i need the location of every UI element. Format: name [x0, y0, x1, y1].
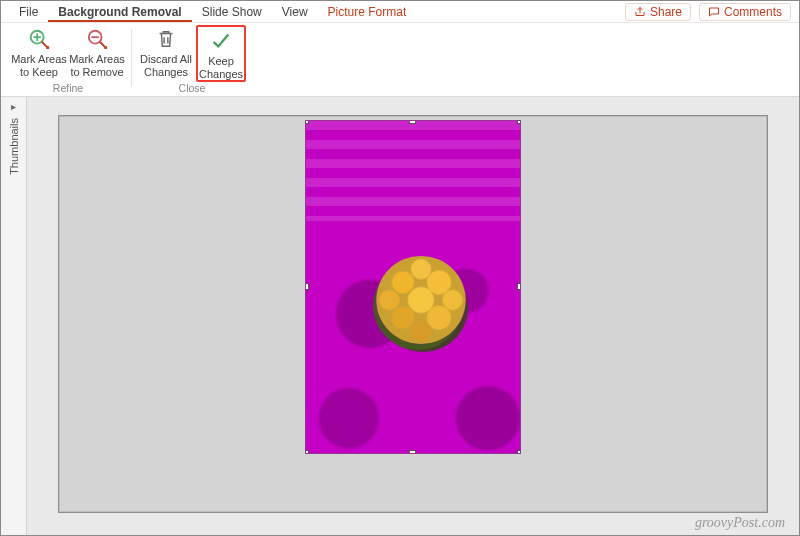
mark-keep-icon: [27, 27, 51, 51]
watermark: groovyPost.com: [695, 515, 785, 531]
ribbon: Mark Areasto Keep Mark Areasto Remove Re…: [1, 23, 799, 97]
thumbnails-panel: ▸ Thumbnails: [1, 97, 27, 536]
trash-icon: [155, 27, 177, 51]
resize-handle-tl[interactable]: [305, 120, 309, 124]
tab-view[interactable]: View: [272, 2, 318, 22]
comments-button[interactable]: Comments: [699, 3, 791, 21]
menu-tabs-row: File Background Removal Slide Show View …: [1, 1, 799, 23]
keep-changes-button[interactable]: KeepChanges: [198, 27, 244, 80]
tab-slide-show[interactable]: Slide Show: [192, 2, 272, 22]
selected-picture[interactable]: [305, 120, 521, 454]
mark-areas-to-keep-button[interactable]: Mark Areasto Keep: [11, 25, 67, 78]
resize-handle-r[interactable]: [517, 283, 521, 290]
ribbon-group-refine: Mark Areasto Keep Mark Areasto Remove Re…: [7, 25, 129, 96]
keep-changes-highlight: KeepChanges: [196, 25, 246, 82]
comment-icon: [708, 6, 720, 18]
mark-keep-l1: Mark Areas: [11, 53, 67, 65]
mark-remove-icon: [85, 27, 109, 51]
group-label-close: Close: [179, 82, 206, 96]
checkmark-icon: [210, 29, 232, 53]
ribbon-divider: [131, 29, 132, 87]
thumbnails-label: Thumbnails: [8, 118, 20, 175]
resize-handle-tr[interactable]: [517, 120, 521, 124]
ribbon-group-close: Discard AllChanges KeepChanges Close: [134, 25, 250, 96]
tabs-left: File Background Removal Slide Show View …: [9, 2, 416, 22]
resize-handle-l[interactable]: [305, 283, 309, 290]
share-icon: [634, 6, 646, 18]
tab-background-removal[interactable]: Background Removal: [48, 2, 191, 22]
mark-areas-to-remove-button[interactable]: Mark Areasto Remove: [69, 25, 125, 78]
comments-label: Comments: [724, 5, 782, 19]
discard-l2: Changes: [144, 66, 188, 78]
mark-remove-l2: to Remove: [70, 66, 123, 78]
keep-l1: Keep: [208, 55, 234, 67]
workspace: ▸ Thumbnails: [1, 97, 799, 536]
share-label: Share: [650, 5, 682, 19]
mark-remove-l1: Mark Areas: [69, 53, 125, 65]
slide-area[interactable]: [27, 97, 799, 536]
discard-l1: Discard All: [140, 53, 192, 65]
tabs-right: Share Comments: [625, 3, 791, 21]
mark-keep-l2: to Keep: [20, 66, 58, 78]
keep-l2: Changes: [199, 68, 243, 80]
discard-all-changes-button[interactable]: Discard AllChanges: [138, 25, 194, 82]
resize-handle-b[interactable]: [409, 450, 416, 454]
group-label-refine: Refine: [53, 82, 83, 96]
tab-picture-format[interactable]: Picture Format: [318, 2, 417, 22]
thumbnails-expand-button[interactable]: ▸: [11, 101, 16, 112]
share-button[interactable]: Share: [625, 3, 691, 21]
slide-canvas[interactable]: [58, 115, 768, 513]
resize-handle-br[interactable]: [517, 450, 521, 454]
picture-foreground-flower: [376, 256, 466, 344]
tab-file[interactable]: File: [9, 2, 48, 22]
resize-handle-t[interactable]: [409, 120, 416, 124]
resize-handle-bl[interactable]: [305, 450, 309, 454]
